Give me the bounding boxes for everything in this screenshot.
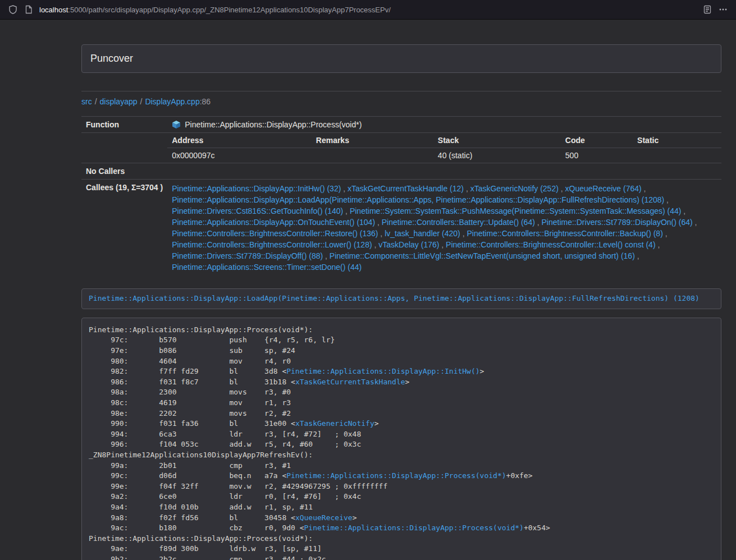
column-address: Address bbox=[167, 133, 312, 148]
breadcrumb-line-number: :86 bbox=[200, 97, 211, 106]
callee-link[interactable]: lv_task_handler (420) bbox=[385, 229, 460, 238]
function-row: Function Pinetime::Applications::Display… bbox=[81, 117, 721, 133]
address-value: 0x0000097c bbox=[167, 148, 312, 163]
shield-icon[interactable] bbox=[8, 4, 18, 15]
symbol-table: Function Pinetime::Applications::Display… bbox=[81, 116, 721, 276]
callee-link[interactable]: Pinetime::Controllers::Battery::Update()… bbox=[382, 218, 535, 227]
callee-separator: , bbox=[343, 206, 350, 215]
function-label: Function bbox=[81, 117, 167, 133]
callee-separator: , bbox=[663, 229, 668, 238]
no-callers-row: No Callers bbox=[81, 163, 721, 180]
page-title: Puncover bbox=[90, 53, 712, 65]
address-host: localhost bbox=[39, 6, 68, 14]
column-code: Code bbox=[561, 133, 633, 148]
callee-separator: , bbox=[460, 229, 467, 238]
callee-link[interactable]: Pinetime::Applications::DisplayApp::Load… bbox=[172, 195, 664, 204]
metrics-table: Address Remarks Stack Code Static 0x0000… bbox=[167, 133, 721, 163]
callee-separator: , bbox=[656, 240, 660, 249]
callee-separator: , bbox=[559, 184, 565, 193]
callee-separator: , bbox=[681, 206, 685, 215]
remarks-value bbox=[312, 148, 433, 163]
code-symbol-link[interactable]: Pinetime::Applications::DisplayApp::Proc… bbox=[286, 471, 506, 480]
callee-separator: , bbox=[535, 218, 542, 227]
callee-separator: , bbox=[664, 195, 669, 204]
no-callers-label: No Callers bbox=[81, 163, 167, 180]
callee-link[interactable]: xTaskGenericNotify (252) bbox=[470, 184, 559, 193]
metrics-row: Address Remarks Stack Code Static 0x0000… bbox=[81, 133, 721, 163]
code-value: 500 bbox=[561, 148, 633, 163]
highlighted-symbol-link[interactable]: Pinetime::Applications::DisplayApp::Load… bbox=[89, 294, 700, 302]
callees-row: Callees (19, Σ=3704 ) Pinetime::Applicat… bbox=[81, 180, 721, 277]
breadcrumb-link-src[interactable]: src bbox=[81, 97, 92, 106]
callee-separator: , bbox=[341, 184, 348, 193]
callees-label: Callees (19, Σ=3704 ) bbox=[81, 180, 167, 277]
function-name: Pinetime::Applications::DisplayApp::Proc… bbox=[185, 120, 362, 129]
callee-link[interactable]: Pinetime::Controllers::BrightnessControl… bbox=[172, 229, 378, 238]
address-bar[interactable]: localhost:5000/path/src/displayapp/Displ… bbox=[39, 6, 697, 14]
static-value bbox=[633, 148, 721, 163]
callee-link[interactable]: Pinetime::Drivers::Cst816S::GetTouchInfo… bbox=[172, 206, 343, 215]
metrics-value-row: 0x0000097c 40 (static) 500 bbox=[167, 148, 721, 163]
function-icon bbox=[172, 120, 181, 129]
code-symbol-link[interactable]: xTaskGenericNotify bbox=[295, 419, 374, 428]
callee-separator: , bbox=[464, 184, 470, 193]
address-path: :5000/path/src/displayapp/DisplayApp.cpp… bbox=[68, 6, 391, 14]
disassembly-block: Pinetime::Applications::DisplayApp::Proc… bbox=[81, 318, 721, 560]
code-symbol-link[interactable]: xTaskGetCurrentTaskHandle bbox=[295, 378, 405, 386]
code-symbol-link[interactable]: Pinetime::Applications::DisplayApp::Init… bbox=[286, 367, 479, 375]
breadcrumb-link-file[interactable]: DisplayApp.cpp bbox=[145, 97, 199, 106]
callee-separator: , bbox=[642, 184, 646, 193]
callees-cell: Pinetime::Applications::DisplayApp::Init… bbox=[167, 180, 721, 277]
stack-value: 40 (static) bbox=[433, 148, 561, 163]
column-static: Static bbox=[633, 133, 721, 148]
code-symbol-link[interactable]: xQueueReceive bbox=[295, 513, 353, 522]
callee-separator: , bbox=[378, 229, 385, 238]
highlighted-symbol-box: Pinetime::Applications::DisplayApp::Load… bbox=[81, 288, 721, 309]
browser-bar: localhost:5000/path/src/displayapp/Displ… bbox=[0, 0, 736, 20]
column-stack: Stack bbox=[433, 133, 561, 148]
breadcrumb-link-displayapp[interactable]: displayapp bbox=[100, 97, 138, 106]
callee-link[interactable]: Pinetime::Controllers::BrightnessControl… bbox=[172, 240, 372, 249]
callee-separator: , bbox=[375, 218, 382, 227]
callee-link[interactable]: Pinetime::Controllers::BrightnessControl… bbox=[467, 229, 662, 238]
callee-link[interactable]: Pinetime::System::SystemTask::PushMessag… bbox=[350, 206, 682, 215]
callee-link[interactable]: Pinetime::Drivers::St7789::DisplayOff() … bbox=[172, 251, 323, 260]
divider bbox=[81, 91, 721, 91]
page-info-icon[interactable] bbox=[24, 4, 34, 15]
callee-separator: , bbox=[323, 251, 330, 260]
breadcrumb-separator: / bbox=[92, 97, 100, 106]
callee-link[interactable]: vTaskDelay (176) bbox=[378, 240, 439, 249]
callee-link[interactable]: Pinetime::Controllers::BrightnessControl… bbox=[446, 240, 655, 249]
callee-link[interactable]: xQueueReceive (764) bbox=[565, 184, 642, 193]
breadcrumb-separator: / bbox=[138, 97, 145, 106]
callee-separator: , bbox=[439, 240, 446, 249]
app-header-panel: Puncover bbox=[81, 44, 721, 73]
code-symbol-link[interactable]: Pinetime::Applications::DisplayApp::Proc… bbox=[304, 524, 524, 532]
callee-link[interactable]: Pinetime::Applications::Screens::Timer::… bbox=[172, 263, 362, 272]
callee-separator: , bbox=[635, 251, 639, 260]
breadcrumb: src/displayapp/DisplayApp.cpp:86 bbox=[81, 97, 721, 106]
callee-link[interactable]: Pinetime::Applications::DisplayApp::OnTo… bbox=[172, 218, 375, 227]
reader-view-icon[interactable] bbox=[702, 4, 712, 15]
metrics-header-row: Address Remarks Stack Code Static bbox=[167, 133, 721, 148]
callee-link[interactable]: Pinetime::Drivers::St7789::DisplayOn() (… bbox=[542, 218, 693, 227]
callee-separator: , bbox=[372, 240, 379, 249]
column-remarks: Remarks bbox=[312, 133, 433, 148]
callee-link[interactable]: xTaskGetCurrentTaskHandle (12) bbox=[348, 184, 464, 193]
callee-link[interactable]: Pinetime::Applications::DisplayApp::Init… bbox=[172, 184, 341, 193]
page-container: Puncover src/displayapp/DisplayApp.cpp:8… bbox=[81, 44, 721, 560]
overflow-menu-icon[interactable] bbox=[718, 4, 728, 15]
callee-separator: , bbox=[693, 218, 697, 227]
callee-link[interactable]: Pinetime::Components::LittleVgl::SetNewT… bbox=[330, 251, 635, 260]
